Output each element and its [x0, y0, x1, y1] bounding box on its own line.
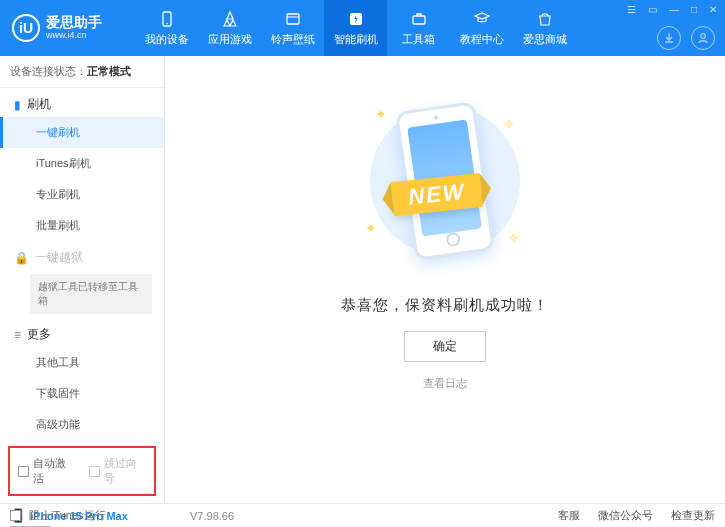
logo-icon: iU	[12, 14, 40, 42]
maximize-button[interactable]: □	[689, 4, 699, 15]
nav-label: 爱思商城	[523, 32, 567, 47]
checkbox-skip-setup: 跳过向导	[89, 456, 146, 486]
toolbox-icon	[410, 10, 428, 28]
jailbreak-note: 越狱工具已转移至工具箱	[30, 274, 152, 314]
sidebar-item-advanced[interactable]: 高级功能	[0, 409, 164, 440]
nav-flash[interactable]: 智能刷机	[324, 0, 387, 56]
sidebar-item-download-fw[interactable]: 下载固件	[0, 378, 164, 409]
checkbox-block-itunes[interactable]: 阻止iTunes运行	[10, 508, 106, 523]
success-message: 恭喜您，保资料刷机成功啦！	[341, 296, 549, 315]
nav-label: 教程中心	[460, 32, 504, 47]
nav-tutorials[interactable]: 教程中心	[450, 0, 513, 56]
apps-icon	[221, 10, 239, 28]
section-label: 一键越狱	[35, 249, 83, 266]
view-log-link[interactable]: 查看日志	[423, 376, 467, 391]
user-button[interactable]	[691, 26, 715, 50]
more-icon: ≡	[14, 328, 21, 342]
version-label: V7.98.66	[190, 510, 234, 522]
svg-rect-5	[413, 16, 425, 24]
nav-label: 应用游戏	[208, 32, 252, 47]
status-label: 设备连接状态：	[10, 65, 87, 77]
section-flash[interactable]: ▮ 刷机	[0, 88, 164, 117]
device-icon	[158, 10, 176, 28]
download-button[interactable]	[657, 26, 681, 50]
ok-button[interactable]: 确定	[404, 331, 486, 362]
nav-toolbox[interactable]: 工具箱	[387, 0, 450, 56]
checkbox-label: 自动激活	[33, 456, 75, 486]
footer: 阻止iTunes运行 V7.98.66 客服 微信公众号 检查更新	[0, 503, 725, 527]
app-title: 爱思助手	[46, 15, 102, 30]
checkbox-label: 跳过向导	[104, 456, 146, 486]
sidebar-item-batch[interactable]: 批量刷机	[0, 210, 164, 241]
window-controls: ☰ ▭ — □ ✕	[625, 4, 719, 15]
section-jailbreak: 🔒 一键越狱	[0, 241, 164, 270]
footer-link-update[interactable]: 检查更新	[671, 508, 715, 523]
ringtone-icon	[284, 10, 302, 28]
section-label: 刷机	[27, 96, 51, 113]
app-header: iU 爱思助手 www.i4.cn 我的设备 应用游戏 铃声壁纸 智能刷机 工具…	[0, 0, 725, 56]
sidebar: 设备连接状态：正常模式 ▮ 刷机 一键刷机 iTunes刷机 专业刷机 批量刷机…	[0, 56, 165, 503]
store-icon	[536, 10, 554, 28]
checkbox-icon	[18, 466, 29, 477]
top-nav: 我的设备 应用游戏 铃声壁纸 智能刷机 工具箱 教程中心 爱思商城	[135, 0, 576, 56]
main-panel: ✦ ✧ ✦ ✧ NEW 恭喜您，保资料刷机成功啦！ 确定 查看日志	[165, 56, 725, 503]
nav-label: 铃声壁纸	[271, 32, 315, 47]
connection-status: 设备连接状态：正常模式	[0, 56, 164, 88]
nav-label: 智能刷机	[334, 32, 378, 47]
nav-label: 工具箱	[402, 32, 435, 47]
phone-icon: ▮	[14, 98, 21, 112]
sidebar-item-itunes[interactable]: iTunes刷机	[0, 148, 164, 179]
tutorial-icon	[473, 10, 491, 28]
svg-point-6	[701, 34, 706, 39]
svg-point-1	[166, 22, 168, 24]
nav-store[interactable]: 爱思商城	[513, 0, 576, 56]
flash-icon	[347, 10, 365, 28]
options-box: 自动激活 跳过向导	[8, 446, 156, 496]
sidebar-item-pro[interactable]: 专业刷机	[0, 179, 164, 210]
nav-ringtones[interactable]: 铃声壁纸	[261, 0, 324, 56]
sidebar-item-oneclick[interactable]: 一键刷机	[0, 117, 164, 148]
sidebar-item-othertools[interactable]: 其他工具	[0, 347, 164, 378]
footer-link-wechat[interactable]: 微信公众号	[598, 508, 653, 523]
checkbox-label: 阻止iTunes运行	[29, 508, 106, 523]
section-more[interactable]: ≡ 更多	[0, 318, 164, 347]
nav-apps[interactable]: 应用游戏	[198, 0, 261, 56]
checkbox-icon	[89, 466, 100, 477]
skin-icon[interactable]: ▭	[646, 4, 659, 15]
app-subtitle: www.i4.cn	[46, 31, 102, 41]
menu-icon[interactable]: ☰	[625, 4, 638, 15]
nav-my-device[interactable]: 我的设备	[135, 0, 198, 56]
checkbox-auto-activate[interactable]: 自动激活	[18, 456, 75, 486]
minimize-button[interactable]: —	[667, 4, 681, 15]
status-value: 正常模式	[87, 65, 131, 77]
section-label: 更多	[27, 326, 51, 343]
footer-link-support[interactable]: 客服	[558, 508, 580, 523]
checkbox-icon	[10, 510, 21, 521]
close-button[interactable]: ✕	[707, 4, 719, 15]
logo: iU 爱思助手 www.i4.cn	[0, 14, 135, 42]
success-illustration: ✦ ✧ ✦ ✧ NEW	[345, 86, 545, 276]
lock-icon: 🔒	[14, 251, 29, 265]
svg-rect-2	[287, 14, 299, 24]
nav-label: 我的设备	[145, 32, 189, 47]
